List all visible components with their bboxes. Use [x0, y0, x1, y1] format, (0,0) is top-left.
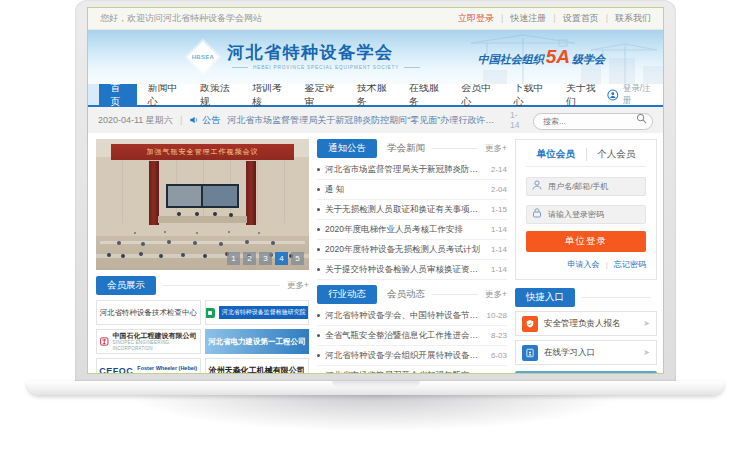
forgot-password-link[interactable]: 忘记密码: [614, 260, 646, 269]
notice-bar: 2020-04-11 星期六 | 公告 河北省市场监督管理局关于新冠肺炎防控期间…: [88, 107, 663, 133]
right-column: 单位会员个人会员: [515, 139, 657, 374]
nav-item[interactable]: 新闻中心: [137, 84, 189, 105]
search-input[interactable]: [533, 113, 653, 130]
industry-item[interactable]: 河北省市场监管局召开全省加强气瓶安全管理工作... 5-28: [317, 366, 507, 374]
username-input[interactable]: [526, 177, 646, 196]
members-title: 会员展示: [96, 276, 156, 295]
marquee-date: 1-14: [510, 110, 526, 130]
utility-links: 立即登录快速注册设置首页联系我们: [458, 12, 651, 25]
search-icon[interactable]: [636, 113, 647, 124]
password-field-wrap: [526, 203, 646, 224]
audience: [107, 253, 111, 257]
member-card[interactable]: 中国石化工程建设有限公司 SINOPEC ENGINEERING INCORPO…: [96, 329, 201, 354]
notice-item[interactable]: 关于无损检测人员取证和换证有关事项的通知 1-15: [317, 200, 507, 220]
sinopec-logo-icon: [100, 335, 109, 348]
announcement-toggle[interactable]: 公告: [189, 114, 220, 127]
notice-item[interactable]: 2020年度特种设备无损检测人员考试计划 1-14: [317, 240, 507, 260]
laptop-shadow: [55, 395, 695, 447]
members-more-link[interactable]: 更多+: [287, 280, 309, 292]
nav-item[interactable]: 关于我们: [555, 84, 607, 105]
carousel-page-dot[interactable]: 3: [259, 252, 272, 265]
laptop-screen: 您好，欢迎访问河北省特种设备学会网站 立即登录快速注册设置首页联系我们: [75, 0, 676, 381]
person-icon: [531, 179, 543, 191]
notice-item[interactable]: 关于提交特种设备检验人员审核换证资料的通知 1-14: [317, 260, 507, 280]
login-tab[interactable]: 单位会员: [526, 148, 587, 161]
lock-icon: [531, 207, 543, 219]
member-card[interactable]: 河北省特种设备技术检查中心: [96, 300, 201, 325]
nav-item[interactable]: 技术服务: [346, 84, 398, 105]
notices-more-link[interactable]: 更多+: [485, 143, 507, 155]
notice-item[interactable]: 河北省市场监督管理局关于新冠肺炎防控期间“零... 2-14: [317, 160, 507, 180]
login-tab[interactable]: 个人会员: [587, 148, 647, 161]
news-carousel[interactable]: 加强气瓶安全管理工作视频会议 12345: [96, 139, 309, 270]
greeting-text: 您好，欢迎访问河北省特种设备学会网站: [100, 12, 262, 25]
nav-item[interactable]: 会员中心: [450, 84, 502, 105]
apply-membership-link[interactable]: 申请入会: [567, 260, 599, 269]
industry-item[interactable]: 河北省特种设备学会、中国特种设备节能促进会在... 10-28: [317, 306, 507, 326]
quick-link-online-learning[interactable]: 在线学习入口 ➤: [515, 340, 657, 365]
utility-link[interactable]: 立即登录: [458, 12, 494, 25]
member-card[interactable]: 河北省特种设备监督检验研究院: [205, 300, 310, 325]
carousel-page-dot[interactable]: 5: [291, 252, 304, 265]
quick-entry-title: 快捷入口: [515, 288, 575, 307]
nav-item[interactable]: 政策法规: [189, 84, 241, 105]
industry-more-link[interactable]: 更多+: [485, 289, 507, 301]
search-box: [533, 110, 653, 130]
marquee-link[interactable]: 河北省市场监督管理局关于新冠肺炎防控期间“零见面”办理行政许可的公告: [227, 114, 502, 127]
login-submit-button[interactable]: 单位登录: [526, 231, 646, 252]
utility-link[interactable]: 设置首页: [546, 12, 598, 25]
middle-column: 通知公告学会新闻 更多+ 河北省市场监督管理局关于新冠肺炎防控期间“零... 2…: [317, 139, 507, 374]
industry-tab[interactable]: 会员动态: [387, 288, 425, 301]
user-avatar-icon: [607, 88, 619, 102]
password-input[interactable]: [526, 205, 646, 224]
site-logo[interactable]: HBSEA 河北省特种设备学会 HEBEI PROVINCE SPECIAL E…: [188, 42, 425, 72]
nav-login[interactable]: 登录/注册: [607, 84, 663, 105]
carousel-page-dot[interactable]: 4: [275, 252, 288, 265]
members-section-header: 会员展示 更多+: [96, 276, 309, 295]
meeting-banner: 加强气瓶安全管理工作视频会议: [111, 144, 294, 160]
carousel-page-dot[interactable]: 2: [243, 252, 256, 265]
nav-item[interactable]: 在线服务: [398, 84, 450, 105]
notices-tab[interactable]: 学会新闻: [387, 142, 425, 155]
paperless-platform-banner[interactable]: 河北省特种设备作业人员无纸化管理平台: [515, 371, 657, 374]
carousel-page-dot[interactable]: 1: [227, 252, 240, 265]
main-nav: 首页新闻中心政策法规培训考核鉴定评审技术服务在线服务会员中心下载中心关于我们 登…: [88, 84, 663, 107]
institute-logo-icon: [205, 308, 215, 318]
shield-icon: [522, 316, 538, 332]
industry-header: 行业动态会员动态 更多+: [317, 285, 507, 304]
announcement-marquee: 河北省市场监督管理局关于新冠肺炎防控期间“零见面”办理行政许可的公告 1-14: [227, 110, 526, 130]
notices-list: 河北省市场监督管理局关于新冠肺炎防控期间“零... 2-14 通 知 2-04 …: [317, 160, 507, 280]
member-card[interactable]: 沧州天淼化工机械有限公司: [205, 358, 310, 374]
industry-item[interactable]: 全省气瓶安全整治暨信息化工作推进会召开 8-23: [317, 326, 507, 346]
login-links: 申请入会 | 忘记密码: [526, 259, 646, 270]
notice-item[interactable]: 2020年度电梯作业人员考核工作安排 1-14: [317, 220, 507, 240]
notice-item[interactable]: 通 知 2-04: [317, 180, 507, 200]
chevron-right-icon: ➤: [643, 348, 650, 357]
utility-link[interactable]: 联系我们: [599, 12, 651, 25]
website-viewport: 您好，欢迎访问河北省特种设备学会网站 立即登录快速注册设置首页联系我们: [87, 7, 664, 374]
member-grid: 河北省特种设备技术检查中心 河北省特种设备监督检验研究院: [96, 300, 309, 374]
nav-item[interactable]: 首页: [99, 84, 136, 105]
laptop-base: [27, 381, 724, 395]
utility-bar: 您好，欢迎访问河北省特种设备学会网站 立即登录快速注册设置首页联系我们: [88, 8, 663, 30]
quick-link-safety-signup[interactable]: 安全管理负责人报名 ➤: [515, 311, 657, 336]
member-card[interactable]: CEFOC Foster Wheeler (Hebei): [96, 358, 201, 374]
carousel-pager: 12345: [227, 252, 304, 265]
industry-tab[interactable]: 行业动态: [317, 285, 377, 304]
grade-5a: 5A: [546, 46, 570, 68]
quick-entry-header: 快捷入口: [515, 288, 657, 307]
member-card[interactable]: 河北省电力建设第一工程公司: [205, 329, 310, 354]
notices-tab[interactable]: 通知公告: [317, 139, 377, 158]
left-column: 加强气瓶安全管理工作视频会议 12345: [96, 139, 309, 374]
nav-item[interactable]: 鉴定评审: [293, 84, 345, 105]
nav-item[interactable]: 培训考核: [241, 84, 293, 105]
site-header: HBSEA 河北省特种设备学会 HEBEI PROVINCE SPECIAL E…: [88, 30, 663, 84]
5a-grade-badge: 中国社会组织 5A 级学会: [478, 46, 605, 68]
nav-item[interactable]: 下载中心: [503, 84, 555, 105]
learning-icon: [522, 345, 538, 361]
login-register-label: 登录/注册: [623, 83, 653, 107]
laptop-mockup: 您好，欢迎访问河北省特种设备学会网站 立即登录快速注册设置首页联系我们: [0, 0, 751, 462]
industry-item[interactable]: 河北省特种设备学会组织开展特种设备隐患排查培... 6-03: [317, 346, 507, 366]
speaker-icon: [189, 115, 199, 125]
utility-link[interactable]: 快速注册: [494, 12, 546, 25]
